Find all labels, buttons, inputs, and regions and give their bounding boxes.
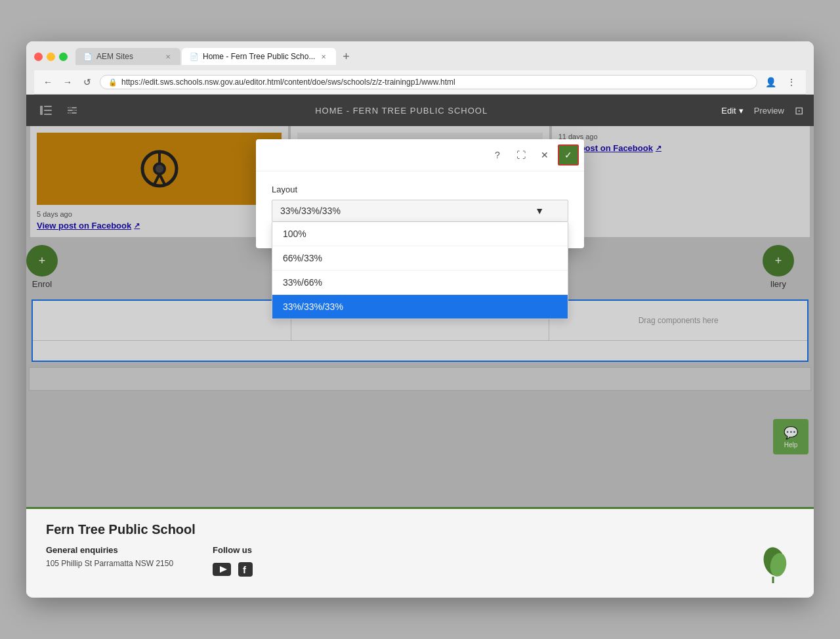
footer-enquiries-col: General enquiries 105 Phillip St Parrama…	[46, 545, 173, 584]
dropdown-option-100[interactable]: 100%	[272, 222, 568, 246]
edit-label: Edit	[721, 106, 736, 116]
footer-follow-label: Follow us	[213, 545, 255, 555]
option-label: 100%	[283, 229, 306, 239]
url-text: https://edit.sws.schools.nsw.gov.au/edit…	[121, 77, 455, 87]
page-footer: Fern Tree Public School General enquirie…	[26, 507, 814, 598]
edit-mode-button[interactable]: Edit ▾	[721, 106, 743, 116]
option-label: 66%/33%	[283, 253, 322, 263]
modal-dialog: ? ⛶ ✕ ✓ Layout	[256, 139, 584, 248]
tab-home-fern[interactable]: 📄 Home - Fern Tree Public Scho... ✕	[182, 48, 336, 65]
layout-dropdown[interactable]: 33%/33%/33% ▼ 100% 66%/33%	[272, 200, 568, 222]
tab-label: Home - Fern Tree Public Scho...	[203, 52, 315, 61]
option-label: 33%/66%	[283, 277, 322, 288]
sidebar-toggle-button[interactable]	[37, 101, 55, 120]
tab-icon: 📄	[190, 53, 199, 61]
close-icon: ✕	[541, 150, 549, 160]
dropdown-menu: 100% 66%/33% 33%/66% 33%/33%/33%	[272, 222, 568, 319]
svg-rect-1	[44, 106, 52, 107]
maximize-window-button[interactable]	[59, 53, 68, 61]
footer-address: 105 Phillip St Parramatta NSW 2150	[46, 559, 173, 568]
chevron-down-icon: ▼	[535, 206, 544, 216]
question-icon: ?	[495, 150, 500, 160]
page-title: HOME - FERN TREE PUBLIC SCHOOL	[315, 106, 488, 116]
lock-icon: 🔒	[108, 78, 117, 87]
svg-rect-0	[40, 106, 43, 115]
dropdown-option-33-66[interactable]: 33%/66%	[272, 271, 568, 295]
modal-header: ? ⛶ ✕ ✓	[256, 139, 584, 171]
close-window-button[interactable]	[34, 53, 43, 61]
new-tab-button[interactable]: +	[337, 48, 354, 65]
layout-dropdown-trigger[interactable]: 33%/33%/33% ▼	[272, 200, 568, 222]
svg-rect-3	[44, 114, 52, 115]
fullscreen-modal-button[interactable]: ⛶	[511, 144, 532, 165]
tab-icon: 📄	[83, 53, 93, 61]
modal-overlay: ? ⛶ ✕ ✓ Layout	[26, 126, 814, 507]
svg-rect-2	[44, 110, 52, 111]
minimize-window-button[interactable]	[47, 53, 55, 61]
tab-aem-sites[interactable]: 📄 AEM Sites ✕	[75, 48, 180, 65]
profile-button[interactable]: 👤	[763, 74, 778, 90]
aem-toolbar: HOME - FERN TREE PUBLIC SCHOOL Edit ▾ Pr…	[26, 95, 814, 126]
leaf-icon	[755, 545, 794, 584]
share-button[interactable]: ⊡	[795, 104, 803, 117]
svg-point-9	[69, 112, 72, 114]
tab-close-button[interactable]: ✕	[319, 52, 328, 61]
layout-field-label: Layout	[272, 185, 568, 194]
confirm-modal-button[interactable]: ✓	[558, 144, 579, 165]
settings-button[interactable]	[63, 101, 81, 120]
preview-button[interactable]: Preview	[754, 106, 784, 116]
address-bar[interactable]: 🔒 https://edit.sws.schools.nsw.gov.au/ed…	[100, 75, 757, 89]
youtube-svg	[213, 563, 231, 576]
facebook-svg: f	[238, 562, 253, 577]
modal-body: Layout 33%/33%/33% ▼ 100%	[256, 171, 584, 248]
dropdown-option-66-33[interactable]: 66%/33%	[272, 246, 568, 271]
footer-enquiries-label: General enquiries	[46, 545, 173, 555]
svg-point-7	[69, 106, 72, 109]
footer-social-col: Follow us	[213, 545, 255, 584]
forward-button[interactable]: →	[60, 75, 75, 89]
footer-leaf-col	[755, 545, 794, 584]
dropdown-selected-value: 33%/33%/33%	[280, 206, 341, 216]
menu-button[interactable]: ⋮	[784, 74, 799, 90]
tab-close-button[interactable]: ✕	[163, 52, 173, 61]
facebook-icon[interactable]: f	[236, 560, 255, 579]
close-modal-button[interactable]: ✕	[534, 144, 555, 165]
footer-school-name: Fern Tree Public School	[46, 522, 794, 537]
refresh-button[interactable]: ↺	[80, 75, 94, 89]
help-modal-button[interactable]: ?	[487, 144, 508, 165]
option-label: 33%/33%/33%	[283, 301, 343, 312]
svg-point-8	[73, 109, 75, 112]
back-button[interactable]: ←	[41, 75, 55, 89]
fullscreen-icon: ⛶	[516, 150, 526, 160]
dropdown-option-33-33-33[interactable]: 33%/33%/33%	[272, 295, 568, 319]
tab-label: AEM Sites	[96, 52, 133, 61]
checkmark-icon: ✓	[564, 150, 572, 160]
youtube-icon[interactable]	[213, 560, 231, 579]
chevron-down-icon: ▾	[739, 106, 744, 116]
